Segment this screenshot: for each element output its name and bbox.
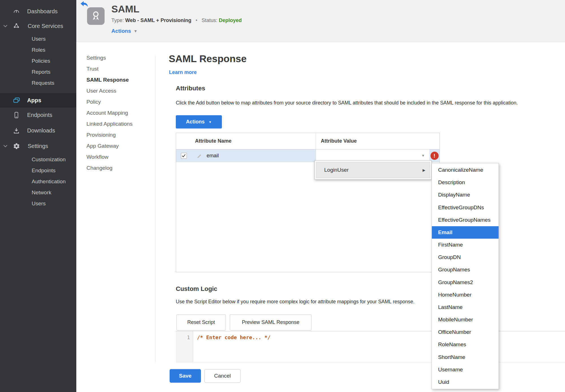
attribute-value-dropdown: LoginUser ▶ [315, 160, 432, 180]
download-icon [12, 127, 20, 134]
menu-item-shortname[interactable]: ShortName [432, 351, 499, 363]
sidebar-item-label: Downloads [27, 127, 55, 134]
apps-icon [12, 97, 20, 104]
menu-item-effectivegroupdns[interactable]: EffectiveGroupDNs [432, 201, 499, 214]
row-checkbox-cell [176, 149, 191, 162]
status-label: Status: [202, 18, 217, 23]
menu-item-uuid[interactable]: Uuid [432, 376, 499, 388]
sidebar-subitem-roles[interactable]: Roles [32, 44, 76, 55]
menu-item-loginuser[interactable]: LoginUser ▶ [316, 162, 430, 178]
page-title: SAML [111, 3, 139, 15]
header-error-column [429, 133, 440, 149]
menu-item-homenumber[interactable]: HomeNumber [432, 289, 499, 301]
tab-account-mapping[interactable]: Account Mapping [86, 107, 133, 118]
row-checkbox[interactable] [181, 153, 187, 159]
menu-item-firstname[interactable]: FirstName [432, 239, 499, 251]
gear-icon [12, 143, 20, 150]
sidebar-item-label: Dashboards [27, 8, 58, 15]
menu-item-rolenames[interactable]: RoleNames [432, 338, 499, 351]
dashboard-gauge-icon [12, 8, 20, 15]
tab-saml-response[interactable]: SAML Response [86, 74, 133, 85]
actions-button-label: Actions [186, 119, 205, 125]
sidebar-subitem-users[interactable]: Users [32, 198, 76, 209]
header-actions-label: Actions [111, 28, 131, 34]
custom-logic-heading: Custom Logic [176, 285, 217, 293]
nav-divider [155, 56, 156, 362]
menu-item-effectivegroupnames[interactable]: EffectiveGroupNames [432, 214, 499, 226]
editor-line-number: 1 [176, 331, 193, 362]
menu-item-email[interactable]: Email [432, 226, 499, 239]
attributes-actions-button[interactable]: Actions ▼ [176, 115, 222, 129]
tab-provisioning[interactable]: Provisioning [86, 129, 133, 140]
menu-item-description[interactable]: Description [432, 176, 499, 189]
back-arrow-icon[interactable] [81, 1, 88, 7]
loginuser-submenu: CanonicalizeName Description DisplayName… [432, 163, 499, 389]
attribute-value-combobox[interactable]: ▼ [316, 149, 429, 162]
menu-item-username[interactable]: Username [432, 363, 499, 376]
chevron-down-icon: ▼ [209, 120, 212, 124]
sidebar-subitem-authentication[interactable]: Authentication [32, 176, 76, 187]
cancel-button[interactable]: Cancel [204, 369, 241, 383]
tab-settings[interactable]: Settings [86, 52, 133, 63]
tab-user-access[interactable]: User Access [86, 85, 133, 96]
sidebar-item-label: Core Services [28, 23, 63, 29]
tab-workflow[interactable]: Workflow [86, 151, 133, 162]
sidebar-subitem-requests[interactable]: Requests [32, 77, 76, 88]
chevron-down-icon [3, 145, 12, 147]
type-label: Type: [111, 18, 124, 23]
settings-submenu: Customization Endpoints Authentication N… [0, 154, 76, 209]
preview-saml-response-button[interactable]: Preview SAML Response [230, 314, 311, 330]
menu-item-lastname[interactable]: LastName [432, 301, 499, 313]
attributes-heading: Attributes [176, 85, 205, 92]
menu-item-canonicalizename[interactable]: CanonicalizeName [432, 164, 499, 176]
column-header-attribute-value: Attribute Value [316, 133, 429, 149]
menu-item-groupnames[interactable]: GroupNames [432, 263, 499, 276]
sidebar-item-endpoints[interactable]: Endpoints [0, 107, 76, 123]
header-checkbox-column [176, 133, 191, 149]
app-root: Dashboards Core Services Users Roles Pol… [0, 0, 565, 392]
sidebar-item-dashboards[interactable]: Dashboards [0, 4, 76, 19]
tab-app-gateway[interactable]: App Gateway [86, 140, 133, 151]
edit-pencil-icon[interactable] [197, 153, 202, 158]
core-services-submenu: Users Roles Policies Reports Requests [0, 33, 76, 88]
sidebar-subitem-users[interactable]: Users [32, 33, 76, 44]
menu-item-displayname[interactable]: DisplayName [432, 189, 499, 201]
script-editor: 1 /* Enter code here... */ [176, 331, 565, 362]
row-error-cell: ! [429, 149, 440, 162]
section-title: SAML Response [169, 53, 247, 64]
menu-item-groupnames2[interactable]: GroupNames2 [432, 276, 499, 289]
type-value: Web - SAML + Provisioning [125, 18, 191, 23]
sidebar-subitem-network[interactable]: Network [32, 187, 76, 198]
menu-item-groupdn[interactable]: GroupDN [432, 251, 499, 263]
core-services-icon [12, 22, 20, 30]
sidebar-item-apps[interactable]: Apps [0, 93, 76, 107]
sidebar-item-downloads[interactable]: Downloads [0, 123, 76, 138]
sidebar-item-label: Endpoints [27, 112, 52, 118]
sidebar-subitem-policies[interactable]: Policies [32, 55, 76, 66]
sidebar-item-settings[interactable]: Settings [0, 138, 76, 154]
table-header-row: Attribute Name Attribute Value [176, 133, 440, 149]
tab-trust[interactable]: Trust [86, 63, 133, 74]
chevron-down-icon: ▼ [134, 29, 138, 33]
reset-script-button[interactable]: Reset Script [176, 314, 226, 330]
check-icon [182, 154, 186, 157]
sidebar-subitem-customization[interactable]: Customization [32, 154, 76, 165]
sidebar: Dashboards Core Services Users Roles Pol… [0, 0, 76, 392]
sidebar-subitem-reports[interactable]: Reports [32, 66, 76, 77]
saml-app-badge-icon [87, 7, 105, 25]
meta-separator: • [196, 18, 197, 23]
tab-changelog[interactable]: Changelog [86, 162, 133, 173]
tab-linked-applications[interactable]: Linked Applications [86, 118, 133, 129]
header-actions-dropdown[interactable]: Actions ▼ [111, 28, 138, 34]
chevron-down-icon: ▼ [421, 154, 425, 158]
learn-more-link[interactable]: Learn more [169, 69, 197, 75]
editor-code-area[interactable]: /* Enter code here... */ [193, 331, 565, 362]
sidebar-item-label: Apps [27, 97, 41, 104]
tab-policy[interactable]: Policy [86, 96, 133, 107]
sidebar-item-label: Settings [28, 143, 48, 149]
save-button[interactable]: Save [170, 369, 201, 383]
sidebar-item-core-services[interactable]: Core Services [0, 19, 76, 33]
menu-item-mobilenumber[interactable]: MobileNumber [432, 313, 499, 326]
sidebar-subitem-endpoints[interactable]: Endpoints [32, 165, 76, 176]
menu-item-officenumber[interactable]: OfficeNumber [432, 326, 499, 338]
